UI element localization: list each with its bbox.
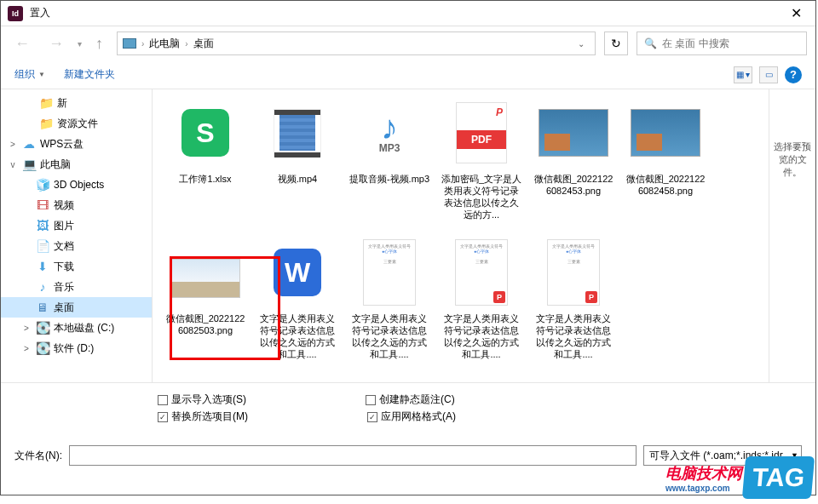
view-mode-button[interactable]: ▦ ▾ <box>734 66 752 83</box>
music-icon: ♪ <box>35 280 50 294</box>
sidebar-item[interactable]: > 💽 本地磁盘 (C:) <box>1 318 152 338</box>
document-icon: 文字是人类用表义符号●心字体三要素P <box>455 239 508 306</box>
preview-pane-button[interactable]: ▭ <box>759 66 778 83</box>
file-item[interactable]: 文字是人类用表义符号●心字体三要素P文字是人类用表义符号记录表达信息以传之久远的… <box>531 238 616 374</box>
file-item[interactable]: 微信截图_20221226082453.png <box>531 98 616 234</box>
expand-icon[interactable]: v <box>8 160 18 169</box>
close-button[interactable]: ✕ <box>784 3 809 23</box>
pc-icon <box>123 38 136 49</box>
file-type-filter[interactable]: 可导入文件 (*.oam;*.inds;*.idr...▼ <box>643 445 802 466</box>
sidebar-item[interactable]: > ☁ WPS云盘 <box>1 134 152 154</box>
pic-icon: 🖼 <box>35 219 50 232</box>
folder-tree: 📁 新 📁 资源文件> ☁ WPS云盘v 💻 此电脑 🧊 3D Objects … <box>1 89 153 382</box>
breadcrumb-segment[interactable]: 桌面 <box>193 37 214 51</box>
image-thumbnail <box>631 109 700 157</box>
sidebar-item[interactable]: > 💽 软件 (D:) <box>1 338 152 358</box>
document-icon: 文字是人类用表义符号●心字体三要素 <box>363 239 416 306</box>
sidebar-item-label: 下载 <box>54 260 74 274</box>
replace-selected-checkbox[interactable]: 替换所选项目(M) <box>158 410 248 424</box>
file-label: 微信截图_20221226082453.png <box>531 173 616 197</box>
audio-icon: ♪MP3 <box>379 112 400 154</box>
pdf-icon: PPDF <box>456 102 507 163</box>
file-item[interactable]: 文字是人类用表义符号●心字体三要素P文字是人类用表义符号记录表达信息以传之久远的… <box>439 238 524 374</box>
sidebar-item-label: 音乐 <box>54 280 74 295</box>
expand-icon[interactable]: > <box>21 344 32 353</box>
file-label: 工作簿1.xlsx <box>177 173 233 185</box>
sidebar-item-label: 此电脑 <box>40 158 71 172</box>
chevron-right-icon: › <box>141 39 144 49</box>
file-label: 视频.mp4 <box>276 173 319 185</box>
nav-forward-button[interactable]: → <box>43 32 69 56</box>
file-item[interactable]: 文字是人类用表义符号●心字体三要素文字是人类用表义符号记录表达信息以传之久远的方… <box>347 238 432 374</box>
sidebar-item[interactable]: 🖥 桌面 <box>1 297 152 318</box>
help-button[interactable]: ? <box>785 66 802 83</box>
create-static-caption-checkbox[interactable]: 创建静态题注(C) <box>366 392 455 407</box>
breadcrumb-segment[interactable]: 此电脑 <box>149 37 180 51</box>
file-label: 文字是人类用表义符号记录表达信息以传之久远的方式和工具.... <box>439 312 524 360</box>
file-label: 文字是人类用表义符号记录表达信息以传之久远的方式和工具.... <box>531 312 616 360</box>
3d-icon: 🧊 <box>35 178 50 192</box>
pc-icon: 💻 <box>21 158 37 171</box>
nav-up-button[interactable]: ↑ <box>90 32 108 56</box>
file-item[interactable]: 微信截图_20221226082458.png <box>623 98 708 234</box>
expand-icon[interactable]: > <box>21 324 32 333</box>
file-item[interactable]: W文字是人类用表义符号记录表达信息以传之久远的方式和工具.... <box>255 238 340 374</box>
filename-label: 文件名(N): <box>14 449 62 463</box>
refresh-button[interactable]: ↻ <box>604 32 628 55</box>
file-item[interactable]: ♪MP3提取音频-视频.mp3 <box>347 98 432 234</box>
drive-icon: 💽 <box>35 341 50 355</box>
nav-recent-button[interactable]: ▾ <box>78 39 82 49</box>
sidebar-item[interactable]: 📁 资源文件 <box>1 113 152 134</box>
dl-icon: ⬇ <box>35 260 50 273</box>
docx-icon: W <box>274 249 321 296</box>
search-field[interactable] <box>662 37 799 49</box>
apply-grid-format-checkbox[interactable]: 应用网格格式(A) <box>367 410 456 424</box>
expand-icon[interactable]: > <box>8 140 18 149</box>
sidebar-item-label: 资源文件 <box>57 117 98 131</box>
file-label: 微信截图_20221226082458.png <box>623 173 708 197</box>
breadcrumb[interactable]: › 此电脑 › 桌面 ⌄ <box>117 32 596 55</box>
sidebar-item-label: WPS云盘 <box>40 137 84 152</box>
nav-back-button[interactable]: ← <box>9 32 35 56</box>
breadcrumb-dropdown-button[interactable]: ⌄ <box>573 39 590 49</box>
sidebar-item[interactable]: ⬇ 下载 <box>1 256 152 277</box>
sidebar-item[interactable]: 📁 新 <box>1 93 152 113</box>
sidebar-item[interactable]: ♪ 音乐 <box>1 277 152 297</box>
file-item[interactable]: PPDF添加密码_文字是人类用表义符号记录表达信息以传之久远的方... <box>439 98 524 234</box>
video-icon: 🎞 <box>35 198 50 212</box>
dialog-title: 置入 <box>30 6 50 20</box>
sidebar-item-label: 3D Objects <box>54 179 104 191</box>
document-icon: 文字是人类用表义符号●心字体三要素P <box>547 239 600 306</box>
file-label: 文字是人类用表义符号记录表达信息以传之久远的方式和工具.... <box>255 312 340 360</box>
xlsx-icon: S <box>181 109 229 157</box>
sidebar-item[interactable]: 🧊 3D Objects <box>1 175 152 195</box>
doc-icon: 📄 <box>35 239 50 253</box>
filename-input[interactable] <box>69 445 637 466</box>
search-input[interactable]: 🔍 <box>637 32 807 55</box>
file-label: 微信截图_20221226082503.png <box>163 312 248 336</box>
chevron-right-icon: › <box>185 39 187 49</box>
sidebar-item[interactable]: 🖼 图片 <box>1 215 152 236</box>
new-folder-button[interactable]: 新建文件夹 <box>64 67 115 82</box>
show-import-options-checkbox[interactable]: 显示导入选项(S) <box>158 392 246 407</box>
sidebar-item-label: 图片 <box>54 219 74 233</box>
sidebar-item[interactable]: v 💻 此电脑 <box>1 154 152 175</box>
file-item[interactable]: 微信截图_20221226082503.png <box>163 238 248 374</box>
sidebar-item[interactable]: 🎞 视频 <box>1 195 152 215</box>
sidebar-item-label: 视频 <box>54 198 74 213</box>
file-item[interactable]: S工作簿1.xlsx <box>163 98 248 234</box>
folder-icon: 📁 <box>38 117 54 130</box>
organize-button[interactable]: 组织▼ <box>14 67 45 82</box>
folder-icon: 📁 <box>38 96 54 110</box>
desk-icon: 🖥 <box>35 301 50 314</box>
file-item[interactable]: 视频.mp4 <box>255 98 340 234</box>
sidebar-item-label: 桌面 <box>54 301 74 315</box>
sidebar-item-label: 文档 <box>54 239 74 254</box>
image-thumbnail <box>539 109 608 157</box>
app-icon: Id <box>8 6 23 21</box>
file-label: 文字是人类用表义符号记录表达信息以传之久远的方式和工具.... <box>347 312 432 360</box>
image-thumbnail <box>170 259 240 298</box>
preview-pane: 选择要预览的文件。 <box>769 89 815 382</box>
drive-icon: 💽 <box>35 321 50 335</box>
sidebar-item[interactable]: 📄 文档 <box>1 236 152 256</box>
